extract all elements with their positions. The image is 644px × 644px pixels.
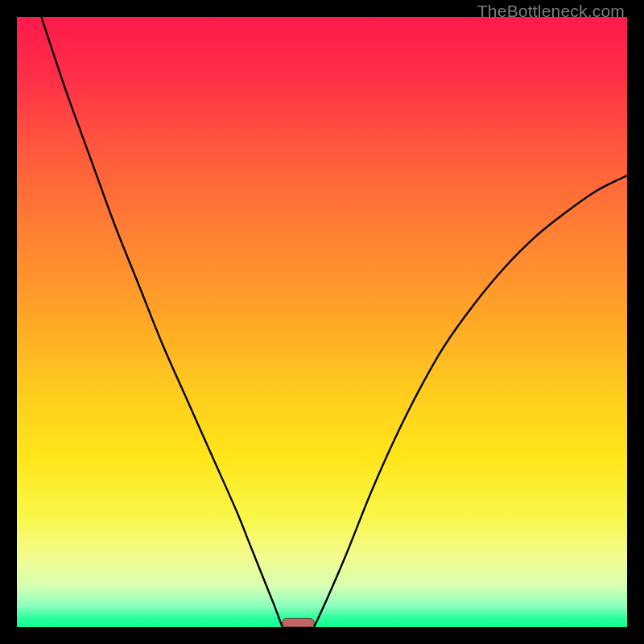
chart-frame bbox=[17, 17, 627, 627]
bottleneck-chart bbox=[17, 17, 627, 627]
bottleneck-marker bbox=[283, 618, 314, 627]
gradient-background bbox=[17, 17, 627, 627]
